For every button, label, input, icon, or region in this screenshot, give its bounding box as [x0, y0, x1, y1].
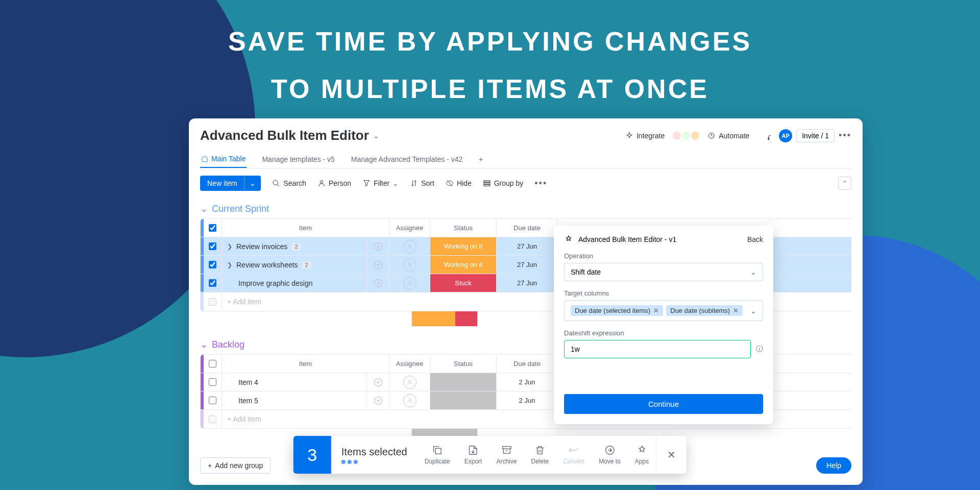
col-status: Status	[430, 355, 497, 373]
status-cell[interactable]: Working on it	[430, 256, 497, 274]
hero-title: SAVE TIME BY APPLYING CHANGES TO MULTIPL…	[0, 23, 980, 108]
duplicate-button[interactable]: Duplicate	[418, 436, 457, 474]
invite-button[interactable]: Invite / 1	[796, 129, 835, 142]
assignee-avatar[interactable]	[403, 376, 416, 389]
svg-rect-16	[435, 448, 441, 454]
row-checkbox[interactable]	[209, 242, 216, 250]
assignee-avatar[interactable]	[403, 258, 416, 272]
hide-button[interactable]: Hide	[446, 179, 472, 187]
chevron-down-icon: ⌄	[750, 268, 756, 276]
avatar[interactable]: AP	[779, 129, 792, 142]
board-title[interactable]: Advanced Bulk Item Editor	[200, 128, 369, 143]
col-item: Item	[222, 219, 389, 237]
archive-button[interactable]: Archive	[489, 436, 524, 474]
tab-add[interactable]: +	[478, 151, 484, 168]
select-all-checkbox[interactable]	[209, 360, 216, 368]
chip-remove-icon[interactable]: ✕	[733, 307, 739, 314]
automate-button[interactable]: Automate	[703, 130, 753, 142]
tab-main-table[interactable]: Main Table	[200, 151, 247, 168]
col-date: Due date	[497, 219, 558, 237]
status-cell[interactable]	[430, 373, 497, 391]
toolbar-more-icon[interactable]: •••	[534, 178, 547, 189]
add-message-icon[interactable]	[367, 237, 389, 255]
expression-input[interactable]: 1w	[564, 340, 751, 358]
delete-button[interactable]: Delete	[524, 436, 556, 474]
panel-title: Advanced Bulk Item Editor - v1	[578, 235, 676, 243]
add-message-icon[interactable]	[367, 373, 389, 391]
collapse-icon[interactable]: ⌃	[838, 177, 851, 190]
add-message-icon[interactable]	[367, 391, 389, 409]
groupby-button[interactable]: Group by	[483, 179, 524, 187]
filter-button[interactable]: Filter⌄	[362, 179, 399, 187]
bulk-editor-panel: Advanced Bulk Item Editor - v1 Back Oper…	[554, 226, 773, 424]
date-cell[interactable]: 2 Jun	[497, 391, 558, 409]
date-cell[interactable]: 27 Jun	[497, 274, 558, 292]
row-checkbox[interactable]	[209, 397, 216, 404]
svg-point-9	[408, 262, 411, 265]
chip: Due date (selected items)✕	[571, 305, 663, 316]
col-assignee: Assignee	[389, 219, 430, 237]
date-cell[interactable]: 2 Jun	[497, 373, 558, 391]
app-icon	[564, 235, 573, 244]
svg-rect-17	[502, 447, 511, 449]
group-title-sprint[interactable]: ⌄Current Sprint	[200, 203, 851, 214]
moveto-button[interactable]: Move to	[592, 436, 628, 474]
sort-button[interactable]: Sort	[410, 179, 434, 187]
select-all-checkbox[interactable]	[209, 224, 216, 232]
close-icon[interactable]: ✕	[656, 436, 687, 474]
selection-dots	[341, 460, 407, 464]
assignee-avatar[interactable]	[403, 240, 416, 253]
status-cell[interactable]	[430, 391, 497, 409]
svg-point-11	[408, 281, 411, 283]
assignee-avatar[interactable]	[403, 394, 416, 407]
person-filter[interactable]: Person	[317, 179, 351, 187]
help-button[interactable]: Help	[816, 457, 851, 474]
chat-icon[interactable]	[757, 129, 775, 142]
tab-advanced-templates[interactable]: Manage Advanced Templates - v42	[350, 151, 463, 168]
svg-rect-4	[484, 183, 490, 184]
date-cell[interactable]: 27 Jun	[497, 256, 558, 274]
target-columns-label: Target columns	[564, 289, 763, 297]
integrate-button[interactable]: Integrate	[621, 130, 669, 142]
chevron-down-icon: ⌄	[244, 176, 261, 191]
row-checkbox[interactable]	[209, 279, 216, 287]
target-columns-select[interactable]: Due date (selected items)✕ Due date (sub…	[564, 300, 763, 321]
subitem-count: 2	[302, 261, 311, 268]
add-message-icon[interactable]	[367, 256, 389, 274]
expand-icon[interactable]: ❯	[227, 243, 232, 250]
row-checkbox[interactable]	[209, 378, 216, 386]
item-name: Item 4	[238, 378, 258, 386]
status-cell[interactable]: Working on it	[430, 237, 497, 255]
operation-select[interactable]: Shift date⌄	[564, 263, 763, 281]
status-cell[interactable]: Stuck	[430, 274, 497, 292]
add-message-icon[interactable]	[367, 274, 389, 292]
svg-point-2	[320, 181, 323, 183]
search-button[interactable]: Search	[272, 179, 306, 187]
chip-remove-icon[interactable]: ✕	[653, 307, 659, 314]
expand-icon[interactable]: ❯	[227, 261, 232, 268]
info-icon[interactable]: ⓘ	[756, 345, 763, 354]
svg-point-1	[273, 180, 278, 185]
operation-label: Operation	[564, 252, 763, 260]
selection-label: Items selected	[341, 446, 407, 458]
svg-point-13	[408, 380, 411, 382]
row-checkbox[interactable]	[209, 261, 216, 268]
export-button[interactable]: Export	[457, 436, 489, 474]
assignee-avatar[interactable]	[403, 277, 416, 290]
item-name: Improve graphic design	[238, 279, 313, 287]
new-item-button[interactable]: New item⌄	[200, 176, 261, 191]
tab-templates[interactable]: Manage templates - v5	[261, 151, 335, 168]
selection-toolbar: 3 Items selected Duplicate Export Archiv…	[293, 436, 687, 474]
continue-button[interactable]: Continue	[564, 394, 763, 414]
chip: Due date (subitems)✕	[666, 305, 743, 316]
integration-icons	[673, 132, 699, 140]
more-icon[interactable]: •••	[839, 130, 851, 141]
back-button[interactable]: Back	[747, 235, 763, 243]
chevron-down-icon[interactable]: ⌄	[373, 132, 379, 140]
date-cell[interactable]: 27 Jun	[497, 237, 558, 255]
add-group-button[interactable]: +Add new group	[200, 457, 271, 474]
svg-point-15	[408, 398, 411, 401]
apps-button[interactable]: Apps	[628, 436, 656, 474]
expression-label: Dateshift expression	[564, 329, 763, 337]
chevron-down-icon: ⌄	[750, 307, 756, 315]
